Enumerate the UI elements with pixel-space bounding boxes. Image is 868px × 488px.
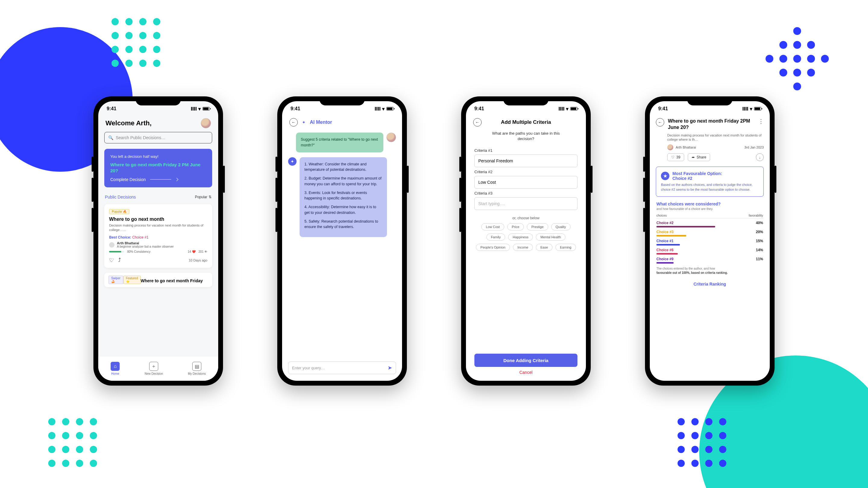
author-tagline: A beginner analyzer but a master observe… (117, 245, 174, 248)
ai-item: 2. Budget: Determine the maximum amount … (304, 175, 382, 187)
download-button[interactable]: ↓ (756, 153, 764, 161)
best-choice: Best Choice: Choice #1 (109, 235, 207, 239)
chip[interactable]: Prestige (527, 223, 548, 230)
tab-bar: ⌂Home ＋New Decision ▤My Decisions (98, 356, 218, 381)
back-button[interactable]: ← (656, 118, 664, 127)
choice-name: Choice #1 (656, 239, 674, 243)
decision-card[interactable]: Popular 🔥 Where to go next month Decisio… (104, 204, 212, 268)
criteria-input-3[interactable]: Start typing…. (474, 197, 578, 210)
chat-input[interactable]: Enter your query… ➤ (288, 361, 396, 374)
section-public-decisions: Public Decisions (105, 195, 136, 199)
col-favorability: favorability (749, 214, 763, 217)
chip[interactable]: Income (513, 244, 533, 251)
chip[interactable]: Happiness (508, 233, 533, 241)
chip[interactable]: Quality (551, 223, 570, 230)
tab-my-decisions[interactable]: ▤My Decisions (188, 362, 206, 375)
choice-name: Choice #9 (656, 257, 674, 261)
choice-pct: 14% (756, 248, 763, 252)
ai-item: 1. Weather: Consider the climate and tem… (304, 161, 382, 173)
bg-dots-blue-br (678, 418, 726, 467)
tab-home[interactable]: ⌂Home (111, 362, 120, 375)
choice-pct: 15% (756, 239, 763, 243)
decision-card-2[interactable]: Swiper 🍰 Featured ⭐ Where to go next mon… (104, 272, 212, 287)
status-bar: 9:41 ▾ (282, 101, 402, 116)
publish-date: 3rd Jan 2023 (744, 145, 764, 149)
consistency-label: 80% Consistency (127, 250, 150, 253)
page-title: AI Mentor (310, 120, 332, 125)
fav-text: Based on the authors choices, and criter… (661, 183, 758, 192)
share-icon[interactable]: ⤴ (118, 257, 121, 264)
chip[interactable]: Low Cost (481, 223, 504, 230)
cancel-button[interactable]: Cancel (466, 370, 586, 375)
chip[interactable]: Price (507, 223, 524, 230)
battery-icon (203, 107, 210, 110)
list-icon: ▤ (192, 362, 201, 371)
criteria-label-2: Criteria #2 (474, 170, 578, 174)
status-bar: 9:41 ▾ (650, 101, 770, 116)
share-button[interactable]: ➦Share (688, 153, 710, 161)
sort-icon: ⇅ (209, 195, 212, 199)
bg-dots-teal-bl (48, 418, 97, 467)
chip[interactable]: Mental Health (536, 233, 565, 241)
chat-placeholder: Enter your query… (292, 366, 325, 370)
author-avatar (667, 144, 673, 150)
done-button[interactable]: Done Adding Criteria (474, 354, 578, 367)
more-icon[interactable]: ⋮ (758, 118, 764, 125)
chip[interactable]: Family (487, 233, 505, 241)
chip[interactable]: People's Opinion (476, 244, 510, 251)
draft-subtitle: You left a decision half way! (110, 154, 206, 159)
choice-name: Choice #2 (656, 221, 674, 225)
fav-title: Most Favourable Option: (673, 171, 722, 176)
phone-ai-mentor: 9:41 ▾ ← ✦ AI Mentor Suggest 5 criteria … (277, 96, 407, 386)
criteria-input-1[interactable]: Personal Freedom (474, 155, 578, 167)
decision-title: Where to go next month (109, 217, 207, 222)
signal-icon (743, 107, 748, 110)
choices-heading: What choices were considered? (650, 201, 770, 206)
criteria-label-1: Criteria #1 (474, 148, 578, 153)
page-title: Where to go next month Friday 2PM June 2… (668, 118, 755, 131)
draft-cta[interactable]: Complete Decision (110, 177, 206, 182)
choices-table: choicesfavorability Choice #240%Choice #… (650, 213, 770, 264)
share-icon: ➦ (692, 155, 695, 159)
search-icon: 🔍 (108, 135, 113, 140)
chip[interactable]: Earning (555, 244, 576, 251)
user-avatar (386, 133, 396, 142)
star-icon: ★ (661, 172, 670, 180)
decision-title-2: Where to go next month Friday (141, 278, 208, 283)
favourable-card: ★ Most Favourable Option: Choice #2 Base… (656, 167, 764, 197)
send-icon[interactable]: ➤ (388, 364, 392, 371)
signal-icon (559, 107, 564, 110)
criteria-input-2[interactable]: Low Cost (474, 176, 578, 189)
back-button[interactable]: ← (289, 118, 298, 127)
arrow-left-icon: ← (475, 120, 479, 125)
like-button[interactable]: ♡39 (667, 153, 684, 161)
status-time: 9:41 (107, 106, 116, 111)
back-button[interactable]: ← (473, 118, 482, 127)
download-icon: ↓ (759, 155, 761, 160)
footnote: The choices entered by the author, and h… (650, 264, 770, 278)
search-input[interactable]: 🔍 Search Public Decisions… (104, 132, 212, 143)
choice-name: Choice #3 (656, 230, 674, 234)
sort-button[interactable]: Popular⇅ (195, 195, 212, 199)
user-message: Suggest 5 criteria related to "Where to … (296, 133, 383, 153)
avatar[interactable] (201, 118, 211, 128)
search-placeholder: Search Public Decisions… (116, 135, 165, 140)
views-count: 201 👁 (198, 250, 207, 253)
ai-item: 5. Safety: Research potential destinatio… (304, 219, 382, 230)
battery-icon (754, 107, 761, 110)
choice-pct: 11% (756, 257, 763, 261)
consistency-bar (109, 251, 124, 253)
heart-icon[interactable]: ♡ (109, 257, 114, 264)
ai-item: 4. Accessibility: Determine how easy it … (304, 204, 382, 216)
tab-new-decision[interactable]: ＋New Decision (145, 362, 163, 375)
criteria-ranking-heading: Criteria Ranking (650, 278, 770, 287)
draft-decision-card[interactable]: You left a decision half way! Where to g… (104, 149, 212, 187)
phone-add-criteria: 9:41 ▾ ← Add Multiple Criteria What are … (461, 96, 591, 386)
col-choices: choices (656, 214, 667, 217)
decision-desc: Decision making process for vacation nex… (109, 223, 207, 233)
home-icon: ⌂ (111, 362, 120, 371)
battery-icon (386, 107, 394, 110)
author-avatar (109, 242, 115, 248)
ai-message: 1. Weather: Consider the climate and tem… (300, 157, 387, 237)
chip[interactable]: Ease (536, 244, 553, 251)
